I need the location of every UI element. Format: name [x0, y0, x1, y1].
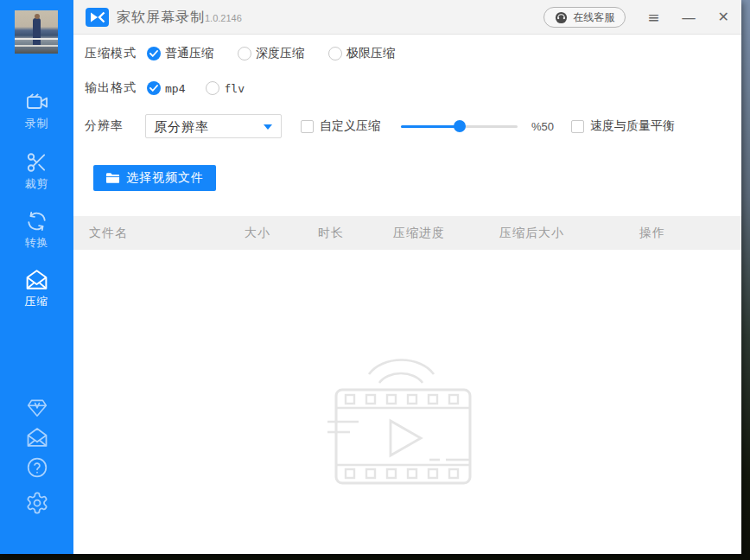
sidebar-item-record[interactable]: 录制	[0, 91, 73, 131]
app-version: 1.0.2146	[205, 13, 242, 23]
feedback-icon[interactable]	[0, 426, 73, 449]
output-format-label: 输出格式	[85, 80, 137, 96]
slider-value: %50	[531, 120, 554, 133]
camera-icon	[0, 91, 73, 113]
balance-label: 速度与质量平衡	[590, 118, 675, 134]
radio-checked-icon	[147, 47, 161, 60]
select-video-label: 选择视频文件	[126, 170, 204, 186]
help-icon[interactable]	[0, 456, 73, 479]
compress-mode-row: 压缩模式 普通压缩 深度压缩 极限压缩	[85, 46, 395, 61]
resolution-row: 分辨率 原分辨率 自定义压缩 %50 速度与质量平衡	[85, 114, 675, 138]
col-compressed-size: 压缩后大小	[499, 226, 564, 241]
radio-unchecked-icon	[328, 47, 342, 60]
titlebar: 家软屏幕录制 1.0.2146 在线客服 ≡ — ✕	[73, 0, 741, 35]
user-avatar[interactable]	[15, 10, 58, 54]
radio-deep-compress[interactable]: 深度压缩	[238, 46, 304, 61]
sidebar-item-label: 转换	[0, 235, 73, 251]
sidebar-item-trim[interactable]: 裁剪	[0, 151, 73, 192]
radio-normal-compress[interactable]: 普通压缩	[147, 46, 213, 61]
compress-mode-label: 压缩模式	[85, 46, 137, 61]
radio-flv[interactable]: flv	[206, 81, 244, 95]
radio-checked-icon	[147, 81, 161, 95]
radio-unchecked-icon	[206, 81, 219, 95]
sidebar-item-label: 录制	[0, 116, 73, 131]
col-filename: 文件名	[89, 226, 128, 241]
radio-mp4[interactable]: mp4	[147, 81, 185, 95]
vip-icon[interactable]	[0, 398, 73, 418]
resolution-select[interactable]: 原分辨率	[145, 114, 282, 138]
app-logo-icon	[86, 8, 109, 27]
balance-checkbox[interactable]	[571, 120, 584, 133]
headset-icon	[555, 11, 568, 24]
convert-icon	[0, 210, 73, 232]
app-title: 家软屏幕录制	[117, 9, 205, 27]
sidebar: 录制 裁剪 转换	[0, 0, 73, 554]
select-video-button[interactable]: 选择视频文件	[93, 165, 216, 191]
col-size: 大小	[245, 226, 270, 241]
app-window: 录制 裁剪 转换	[0, 0, 741, 554]
main-panel: 压缩模式 普通压缩 深度压缩 极限压缩 输出格式	[73, 35, 741, 554]
custom-compress-label: 自定义压缩	[320, 118, 380, 134]
compress-ratio-slider[interactable]	[401, 119, 518, 133]
settings-icon[interactable]	[0, 491, 73, 515]
resolution-label: 分辨率	[85, 118, 134, 134]
scissors-icon	[0, 151, 73, 174]
empty-state-film-icon	[317, 338, 490, 497]
close-icon[interactable]: ✕	[718, 10, 729, 24]
file-table-header: 文件名 大小 时长 压缩进度 压缩后大小 操作	[73, 216, 741, 250]
col-action: 操作	[639, 226, 665, 241]
online-service-button[interactable]: 在线客服	[543, 7, 626, 28]
custom-compress-checkbox[interactable]	[301, 120, 314, 133]
menu-icon[interactable]: ≡	[647, 10, 659, 25]
slider-thumb[interactable]	[454, 120, 466, 132]
radio-extreme-compress[interactable]: 极限压缩	[328, 46, 395, 61]
sidebar-item-convert[interactable]: 转换	[0, 210, 73, 251]
sidebar-item-compress[interactable]: 压缩	[0, 268, 73, 309]
minimize-icon[interactable]: —	[682, 10, 696, 25]
output-format-row: 输出格式 mp4 flv	[85, 80, 245, 96]
resolution-value: 原分辨率	[154, 119, 209, 136]
col-progress: 压缩进度	[393, 226, 445, 241]
compress-icon	[0, 268, 73, 291]
chevron-down-icon	[264, 124, 272, 130]
col-duration: 时长	[318, 226, 344, 241]
sidebar-item-label: 压缩	[0, 294, 73, 309]
sidebar-item-label: 裁剪	[0, 176, 73, 192]
online-service-label: 在线客服	[573, 10, 614, 25]
folder-icon	[105, 172, 120, 184]
radio-unchecked-icon	[238, 47, 251, 60]
